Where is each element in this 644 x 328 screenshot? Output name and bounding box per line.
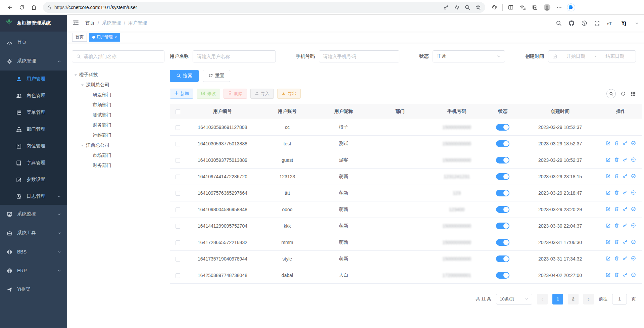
phone-input[interactable] (323, 54, 395, 59)
delete-user-button[interactable] (614, 190, 619, 196)
column-settings-icon[interactable] (631, 91, 636, 96)
help-icon[interactable] (581, 20, 587, 26)
tree-node[interactable]: 市场部门 (72, 150, 164, 160)
tag-home[interactable]: 首页 (72, 33, 87, 42)
select-all-checkbox[interactable] (176, 109, 180, 114)
header-search-icon[interactable] (556, 20, 562, 26)
tree-node[interactable]: 财务部门 (72, 160, 164, 171)
tree-node[interactable]: 深圳总公司 (72, 80, 164, 90)
reset-password-button[interactable] (623, 206, 628, 213)
row-checkbox[interactable] (176, 224, 180, 229)
delete-user-button[interactable] (614, 141, 619, 147)
row-checkbox[interactable] (176, 191, 180, 196)
sidebar-item-dept[interactable]: 部门管理 (0, 121, 67, 138)
favorites-icon[interactable] (517, 2, 529, 13)
sidebar-item-config[interactable]: 参数设置 (0, 171, 67, 188)
tree-node[interactable]: 运维部门 (72, 130, 164, 140)
assign-role-button[interactable] (631, 239, 636, 245)
reset-password-button[interactable] (623, 223, 628, 229)
reset-password-button[interactable] (623, 239, 628, 245)
row-checkbox[interactable] (176, 158, 180, 163)
assign-role-button[interactable] (631, 190, 636, 196)
font-size-icon[interactable]: тT (607, 21, 612, 26)
sidebar-item-erp[interactable]: ERP (0, 261, 67, 280)
reset-password-button[interactable] (623, 157, 628, 163)
refresh-icon[interactable] (16, 2, 28, 13)
row-checkbox[interactable] (176, 142, 180, 146)
edit-user-button[interactable] (606, 174, 611, 180)
back-icon[interactable] (4, 2, 15, 13)
row-checkbox[interactable] (176, 175, 180, 179)
reset-password-button[interactable] (623, 256, 628, 262)
table-refresh-icon[interactable] (621, 91, 626, 96)
status-toggle[interactable] (496, 140, 509, 147)
delete-user-button[interactable] (614, 206, 619, 213)
delete-user-button[interactable] (614, 256, 619, 262)
password-key-icon[interactable] (441, 3, 451, 12)
avatar-caret-icon[interactable] (635, 21, 639, 25)
address-bar[interactable]: https://ccnetcore.com:1101/system/user (43, 2, 485, 13)
assign-role-button[interactable] (631, 174, 636, 180)
read-aloud-icon[interactable] (452, 3, 462, 12)
page-size-select[interactable]: 10条/页 (496, 294, 532, 304)
delete-button[interactable]: 删除 (224, 89, 247, 99)
edit-user-button[interactable] (606, 239, 611, 245)
status-toggle[interactable] (496, 173, 509, 180)
status-toggle[interactable] (496, 272, 509, 279)
delete-user-button[interactable] (614, 239, 619, 245)
status-toggle[interactable] (496, 239, 509, 246)
row-checkbox[interactable] (176, 257, 180, 262)
delete-user-button[interactable] (614, 157, 619, 163)
tree-node[interactable]: 江西总公司 (72, 140, 164, 150)
sidebar-item-yi[interactable]: Yi框架 (0, 280, 67, 299)
status-toggle[interactable] (496, 223, 509, 229)
status-select[interactable]: 正常 (433, 50, 505, 62)
goto-page-input[interactable] (612, 294, 627, 304)
fullscreen-icon[interactable] (594, 20, 600, 26)
extensions-icon[interactable] (489, 2, 500, 13)
reset-password-button[interactable] (623, 190, 628, 196)
sidebar-item-monitor[interactable]: 系统监控 (0, 205, 67, 224)
status-toggle[interactable] (496, 190, 509, 196)
tree-node[interactable]: 测试部门 (72, 110, 164, 120)
reset-password-button[interactable] (623, 174, 628, 180)
more-icon[interactable] (553, 2, 565, 13)
dept-search-input[interactable] (84, 54, 160, 59)
delete-user-button[interactable] (614, 272, 619, 278)
sidebar-item-dict[interactable]: 字典管理 (0, 154, 67, 171)
edit-user-button[interactable] (606, 141, 611, 147)
edit-user-button[interactable] (606, 206, 611, 213)
row-checkbox[interactable] (176, 125, 180, 130)
reset-password-button[interactable] (623, 272, 628, 278)
tag-user-management[interactable]: 用户管理 × (89, 33, 120, 42)
sidebar-item-home[interactable]: 首页 (0, 33, 67, 52)
export-button[interactable]: 导出 (277, 89, 301, 99)
sidebar-item-post[interactable]: 岗位管理 (0, 138, 67, 154)
edit-button[interactable]: 修改 (197, 89, 220, 99)
sidebar-item-tool[interactable]: 系统工具 (0, 224, 67, 242)
tree-node[interactable]: 研发部门 (72, 90, 164, 100)
home-icon[interactable] (28, 2, 40, 13)
assign-role-button[interactable] (631, 141, 636, 147)
collections-icon[interactable] (529, 2, 541, 13)
tree-node[interactable]: 财务部门 (72, 120, 164, 130)
sidebar-item-menu[interactable]: 菜单管理 (0, 104, 67, 121)
close-icon[interactable]: × (114, 35, 117, 39)
status-toggle[interactable] (496, 206, 509, 213)
user-avatar[interactable]: Yj (618, 18, 629, 28)
table-search-icon[interactable] (606, 89, 616, 98)
edit-user-button[interactable] (606, 256, 611, 262)
sidebar-item-system[interactable]: 系统管理 (0, 52, 67, 71)
add-button[interactable]: 新增 (170, 89, 193, 99)
row-checkbox[interactable] (176, 240, 180, 245)
status-toggle[interactable] (496, 255, 509, 262)
row-checkbox[interactable] (176, 207, 180, 212)
assign-role-button[interactable] (631, 272, 636, 278)
split-screen-icon[interactable] (505, 2, 516, 13)
profile-avatar-icon[interactable] (541, 2, 553, 13)
assign-role-button[interactable] (631, 256, 636, 262)
reset-password-button[interactable] (623, 141, 628, 147)
edit-user-button[interactable] (606, 157, 611, 163)
copilot-icon[interactable] (565, 2, 577, 13)
page-button-2[interactable]: 2 (568, 294, 579, 304)
